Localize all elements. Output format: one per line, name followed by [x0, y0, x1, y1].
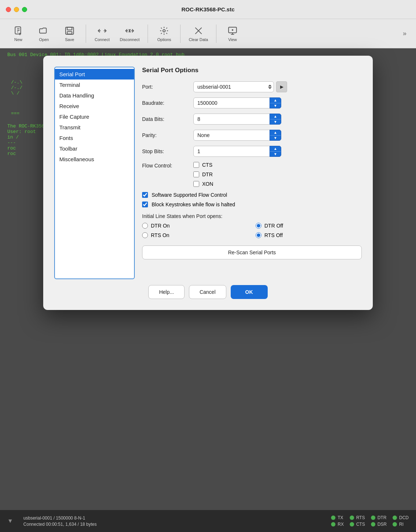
clear-data-toolbar-item[interactable]: Clear Data — [186, 23, 211, 44]
view-toolbar-item[interactable]: View — [222, 23, 244, 44]
sidebar-item-toolbar[interactable]: Toolbar — [55, 143, 134, 154]
baudrate-down-arrow[interactable]: ▼ — [270, 103, 281, 108]
data-bits-stepper[interactable]: ▲ ▼ — [270, 114, 281, 125]
open-toolbar-item[interactable]: Open — [33, 23, 55, 44]
rts-off-radio-item: RTS Off — [256, 232, 362, 238]
close-button[interactable] — [6, 7, 11, 12]
rx-label: RX — [338, 522, 344, 527]
statusbar: ▼ usbserial-0001 / 1500000 8-N-1 Connect… — [0, 510, 416, 532]
tx-indicator: TX — [331, 515, 344, 520]
toolbar-sep-2 — [148, 25, 148, 43]
baudrate-up-arrow[interactable]: ▲ — [270, 98, 281, 103]
view-label: View — [228, 37, 237, 42]
sidebar-item-data-handling[interactable]: Data Handling — [55, 90, 134, 101]
parity-select[interactable]: None Even Odd — [193, 130, 281, 141]
stop-bits-select[interactable]: 1 2 — [193, 146, 281, 157]
software-flow-label: Software Supported Flow Control — [152, 192, 227, 198]
disconnect-toolbar-item[interactable]: Disconnect — [117, 23, 142, 44]
software-flow-row: Software Supported Flow Control — [142, 192, 362, 198]
connect-label: Connect — [95, 37, 110, 42]
parity-select-wrapper: None Even Odd ▲ ▼ — [193, 130, 281, 141]
parity-up-arrow[interactable]: ▲ — [270, 130, 281, 136]
rts-on-radio-item: RTS On — [142, 232, 248, 238]
options-label: Options — [157, 37, 171, 42]
dtr-off-radio-item: DTR Off — [256, 223, 362, 229]
baudrate-select-wrapper: 1500000 115200 9600 ▲ ▼ — [193, 97, 281, 108]
status-dropdown-button[interactable]: ▼ — [7, 518, 13, 524]
rts-on-radio[interactable] — [142, 232, 148, 238]
stop-bits-row: Stop Bits: 1 2 ▲ ▼ — [142, 146, 362, 157]
stop-bits-down-arrow[interactable]: ▼ — [270, 152, 281, 157]
initial-line-label: Initial Line States when Port opens: — [142, 213, 362, 219]
stop-bits-stepper[interactable]: ▲ ▼ — [270, 146, 281, 157]
rx-dot — [331, 522, 335, 527]
port-row: Port: usbserial-0001 — [142, 81, 362, 92]
block-keystrokes-checkbox[interactable] — [142, 202, 148, 207]
window-title: ROC-RK3568-PC.stc — [181, 6, 234, 12]
software-flow-checkbox[interactable] — [142, 192, 148, 198]
help-button[interactable]: Help... — [148, 285, 184, 299]
sidebar-item-transmit[interactable]: Transmit — [55, 122, 134, 133]
dtr-dsr-group: DTR DSR — [371, 515, 387, 527]
ri-dot — [393, 522, 397, 527]
toolbar-sep-1 — [86, 25, 86, 43]
data-bits-down-arrow[interactable]: ▼ — [270, 119, 281, 125]
stop-bits-control: 1 2 ▲ ▼ — [193, 146, 362, 157]
open-label: Open — [39, 37, 49, 42]
dtr-checkbox-row: DTR — [193, 171, 362, 177]
xon-checkbox-row: XON — [193, 181, 362, 187]
svg-point-11 — [163, 29, 166, 32]
expand-toolbar-button[interactable]: » — [401, 27, 409, 40]
data-bits-up-arrow[interactable]: ▲ — [270, 114, 281, 119]
rx-indicator: RX — [331, 522, 344, 527]
dialog: Serial Port Terminal Data Handling Recei… — [43, 56, 373, 310]
cts-checkbox[interactable] — [193, 162, 199, 168]
stop-bits-label: Stop Bits: — [142, 148, 193, 154]
maximize-button[interactable] — [22, 7, 27, 12]
port-select[interactable]: usbserial-0001 — [193, 81, 274, 92]
baudrate-select[interactable]: 1500000 115200 9600 — [193, 97, 281, 108]
save-toolbar-item[interactable]: Save — [59, 23, 81, 44]
sidebar-item-terminal[interactable]: Terminal — [55, 80, 134, 90]
dtr-on-radio[interactable] — [142, 223, 148, 229]
parity-stepper[interactable]: ▲ ▼ — [270, 130, 281, 141]
minimize-button[interactable] — [14, 7, 19, 12]
sidebar-item-miscellaneous[interactable]: Miscellaneous — [55, 154, 134, 165]
data-bits-control: 8 7 6 5 ▲ ▼ — [193, 114, 362, 125]
dtr-checkbox[interactable] — [193, 171, 199, 177]
dtr-status-label: DTR — [378, 515, 387, 520]
data-bits-select[interactable]: 8 7 6 5 — [193, 114, 281, 125]
open-icon — [39, 26, 49, 36]
parity-down-arrow[interactable]: ▼ — [270, 136, 281, 141]
sidebar-item-file-capture[interactable]: File Capture — [55, 111, 134, 122]
baudrate-stepper[interactable]: ▲ ▼ — [270, 97, 281, 108]
main-content: Bus 001 Device 001: ID 1d6b:0002 Linux F… — [0, 48, 416, 510]
sidebar-item-fonts[interactable]: Fonts — [55, 133, 134, 143]
save-icon — [64, 26, 75, 36]
baudrate-label: Baudrate: — [142, 100, 193, 106]
dcd-dot — [393, 516, 397, 520]
ok-button[interactable]: OK — [231, 285, 268, 299]
new-label: New — [14, 37, 22, 42]
sidebar-item-serial-port[interactable]: Serial Port — [55, 69, 134, 80]
port-control: usbserial-0001 ▶ — [193, 81, 362, 92]
sidebar-item-receive[interactable]: Receive — [55, 101, 134, 111]
rescan-button[interactable]: Re-Scan Serial Ports — [142, 245, 362, 259]
new-toolbar-item[interactable]: New — [7, 23, 29, 44]
stop-bits-up-arrow[interactable]: ▲ — [270, 146, 281, 152]
dsr-dot — [371, 522, 375, 527]
view-icon — [227, 26, 238, 36]
port-button[interactable]: ▶ — [276, 81, 287, 92]
rts-indicator: RTS — [350, 515, 365, 520]
options-toolbar-item[interactable]: Options — [153, 23, 175, 44]
titlebar: ROC-RK3568-PC.stc — [0, 0, 416, 19]
dtr-off-radio[interactable] — [256, 223, 261, 229]
rts-off-radio[interactable] — [256, 232, 261, 238]
dtr-dot — [371, 516, 375, 520]
parity-control: None Even Odd ▲ ▼ — [193, 130, 362, 141]
connect-toolbar-item[interactable]: Connect — [91, 23, 113, 44]
cancel-button[interactable]: Cancel — [189, 285, 226, 299]
dcd-indicator: DCD — [393, 515, 409, 520]
dialog-footer: Re-Scan Serial Ports — [142, 245, 362, 259]
xon-checkbox[interactable] — [193, 181, 199, 187]
